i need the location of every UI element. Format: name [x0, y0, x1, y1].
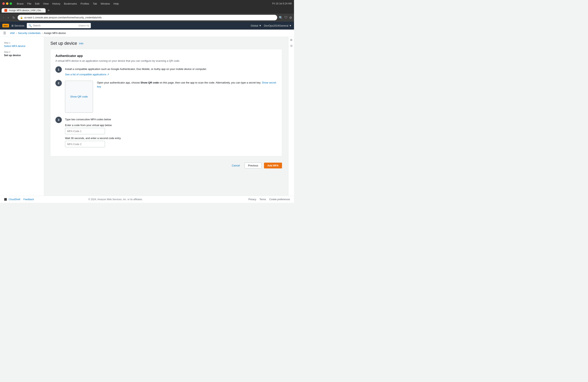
action-bar: Cancel Previous Add MFA — [50, 160, 282, 171]
step-3-content: Type two consecutive MFA codes below Ent… — [65, 117, 277, 148]
footer-privacy-link[interactable]: Privacy — [248, 198, 256, 201]
wait-text: Wait 30 seconds, and enter a second code… — [65, 137, 277, 140]
footer-links: Privacy Terms Cookie preferences — [248, 198, 290, 201]
footer: ⬛ CloudShell Feedback © 2024, Amazon Web… — [0, 196, 294, 203]
authenticator-app-description: A virtual MFA device is an application r… — [55, 59, 277, 62]
step1-label: Step 1 — [4, 41, 40, 44]
lock-icon: 🔒 — [20, 16, 23, 19]
datetime-display: Fri 19 Jul 6:24 AM — [272, 2, 292, 5]
sidebar-select-mfa-device[interactable]: Select MFA device — [4, 45, 25, 48]
grid-icon: ⊞ — [11, 24, 14, 27]
step-2-circle: 2 — [55, 80, 62, 86]
global-selector[interactable]: Global ▼ — [251, 24, 261, 27]
menu-brave[interactable]: Brave — [17, 2, 24, 5]
step-1-text: Install a compatible application such as… — [65, 67, 277, 71]
show-qr-code-button[interactable]: Show QR code — [70, 95, 88, 98]
active-tab[interactable]: Assign MFA device | IAM | Glo... ✕ — [1, 8, 46, 13]
step-3-circle: 3 — [55, 117, 62, 123]
account-selector[interactable]: DevOps2024General ▼ — [264, 24, 292, 27]
footer-feedback[interactable]: Feedback — [23, 198, 34, 201]
menu-history[interactable]: History — [52, 2, 60, 5]
setup-device-card: Authenticator app A virtual MFA device i… — [50, 49, 282, 156]
breadcrumb-iam[interactable]: IAM — [10, 32, 15, 35]
show-secret-key-link[interactable]: Show secret key — [97, 81, 276, 88]
aws-top-navigation: aws ⊞ Services 🔍 [Option+S] Global ▼ Dev… — [0, 21, 294, 30]
mfa-code-1-input[interactable] — [65, 128, 105, 134]
search-shortcut-hint: [Option+S] — [79, 24, 89, 27]
step-1-circle: 1 — [55, 66, 62, 73]
mac-menu-bar: Brave File Edit View History Bookmarks P… — [17, 2, 119, 5]
breadcrumb-separator-2: › — [42, 32, 42, 35]
cloudshell-link[interactable]: CloudShell — [9, 198, 20, 201]
browser-tab-bar: Assign MFA device | IAM | Glo... ✕ + — [0, 7, 294, 14]
aws-search-bar[interactable]: 🔍 [Option+S] — [27, 23, 91, 28]
services-label: Services — [14, 24, 24, 27]
qr-code-box: Show QR code — [65, 81, 93, 113]
mac-window-controls[interactable] — [2, 2, 12, 5]
browser-navigation: ‹ › ↻ 🔒 us-east-1.console.aws.amazon.com… — [2, 15, 292, 20]
authenticator-app-title: Authenticator app — [55, 54, 277, 58]
aws-search-input[interactable] — [33, 24, 78, 27]
menu-edit[interactable]: Edit — [35, 2, 39, 5]
page-title-text: Set up device — [50, 41, 77, 46]
main-layout: Step 1 Select MFA device Step 2 Set up d… — [0, 37, 294, 196]
previous-button[interactable]: Previous — [245, 163, 262, 169]
menu-tab[interactable]: Tab — [93, 2, 97, 5]
sidebar: Step 1 Select MFA device Step 2 Set up d… — [0, 37, 44, 196]
right-panel-icon-1[interactable]: ⚙ — [290, 38, 293, 41]
sidebar-setup-device: Set up device — [4, 54, 21, 57]
mfa-code-2-input[interactable] — [65, 141, 105, 147]
hamburger-menu[interactable]: ☰ — [3, 31, 6, 35]
minimize-button[interactable] — [6, 2, 8, 5]
menu-help[interactable]: Help — [113, 2, 119, 5]
right-panel: ⚙ ◎ — [288, 37, 294, 196]
step-3-title: Type two consecutive MFA codes below — [65, 117, 277, 121]
menu-file[interactable]: File — [27, 2, 31, 5]
menu-view[interactable]: View — [43, 2, 49, 5]
aws-logo: aws — [2, 24, 9, 27]
aws-nav-right: Global ▼ DevOps2024General ▼ — [251, 24, 292, 27]
page-title: Set up device Info — [50, 41, 282, 46]
mac-system-icons: Fri 19 Jul 6:24 AM — [272, 2, 292, 5]
step-1-row: 1 Install a compatible application such … — [55, 66, 277, 76]
step-2-row: 2 Show QR code Open your authenticator a… — [55, 80, 277, 113]
back-button[interactable]: ‹ — [2, 15, 5, 20]
new-tab-button[interactable]: + — [46, 8, 51, 13]
add-mfa-button[interactable]: Add MFA — [264, 163, 282, 169]
cancel-button[interactable]: Cancel — [230, 163, 242, 168]
forward-button[interactable]: › — [7, 15, 10, 20]
services-nav-item[interactable]: ⊞ Services — [11, 24, 24, 27]
footer-terms-link[interactable]: Terms — [259, 198, 266, 201]
browser-nav-bar: ‹ › ↻ 🔒 us-east-1.console.aws.amazon.com… — [0, 14, 294, 21]
extensions-icon[interactable]: ⚙ — [289, 16, 292, 19]
content-area: Set up device Info Authenticator app A v… — [44, 37, 288, 196]
right-panel-icon-2[interactable]: ◎ — [290, 44, 293, 47]
breadcrumb: IAM › Security credentials › Assign MFA … — [10, 32, 66, 35]
address-bar[interactable]: 🔒 us-east-1.console.aws.amazon.com/iam/h… — [18, 15, 277, 20]
refresh-button[interactable]: ↻ — [11, 15, 16, 20]
footer-cookie-preferences-link[interactable]: Cookie preferences — [269, 198, 290, 201]
search-icon[interactable]: 🔍 — [279, 16, 283, 19]
tab-favicon — [4, 9, 7, 12]
menu-bookmarks[interactable]: Bookmarks — [64, 2, 77, 5]
footer-copyright: © 2024, Amazon Web Services, Inc. or its… — [88, 198, 143, 201]
menu-profiles[interactable]: Profiles — [81, 2, 89, 5]
menu-window[interactable]: Window — [101, 2, 110, 5]
compatible-apps-link[interactable]: See a list of compatible applications ↗ — [65, 73, 109, 76]
mfa-code1-label: Enter a code from your virtual app below — [65, 124, 277, 127]
terminal-icon: ⬛ — [4, 198, 7, 201]
maximize-button[interactable] — [10, 2, 12, 5]
sidebar-step-2: Step 2 Set up device — [0, 49, 44, 58]
external-link-icon: ↗ — [107, 73, 109, 76]
info-link[interactable]: Info — [79, 42, 84, 45]
search-icon: 🔍 — [28, 24, 32, 27]
qr-area: Show QR code Open your authenticator app… — [65, 81, 277, 113]
shield-icon[interactable]: 🛡 — [284, 16, 288, 19]
breadcrumb-current: Assign MFA device — [44, 32, 66, 35]
breadcrumb-security-credentials[interactable]: Security credentials — [18, 32, 41, 35]
footer-left: ⬛ CloudShell — [4, 198, 20, 201]
close-button[interactable] — [2, 2, 5, 5]
tab-close-button[interactable]: ✕ — [45, 9, 46, 12]
qr-instructions: Open your authenticator app, choose Show… — [97, 81, 277, 89]
step-3-row: 3 Type two consecutive MFA codes below E… — [55, 117, 277, 148]
